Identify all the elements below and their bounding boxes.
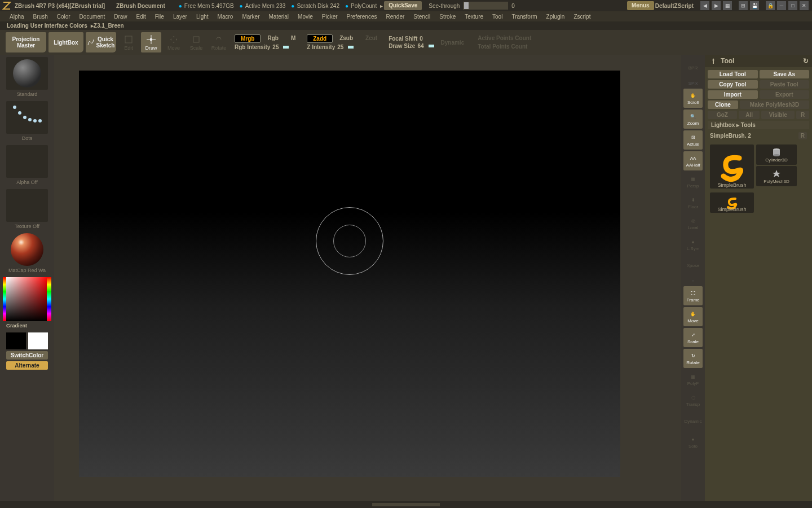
quick-sketch-button[interactable]: Quick Sketch (86, 32, 116, 52)
save-icon[interactable]: 💾 (750, 1, 759, 10)
menu-light[interactable]: Light (193, 14, 211, 20)
shelf-move-button[interactable]: ✋Move (683, 307, 703, 326)
nav-left-icon[interactable]: ◀ (700, 1, 709, 10)
hue-strip-right[interactable] (47, 277, 51, 321)
copy-tool-button[interactable]: Copy Tool (708, 80, 758, 89)
menu-draw[interactable]: Draw (111, 14, 130, 20)
menu-document[interactable]: Document (77, 14, 108, 20)
menu-marker[interactable]: Marker (239, 14, 262, 20)
lock-icon[interactable]: 🔒 (766, 1, 775, 10)
import-button[interactable]: Import (708, 90, 758, 99)
menu-brush[interactable]: Brush (30, 14, 51, 20)
menu-color[interactable]: Color (54, 14, 73, 20)
alternate-button[interactable]: Alternate (6, 361, 48, 370)
swatch-primary[interactable] (28, 332, 48, 349)
load-tool-button[interactable]: Load Tool (708, 70, 758, 78)
tool-r-button[interactable]: R (798, 132, 807, 139)
paste-tool-button[interactable]: Paste Tool (760, 80, 810, 89)
brush-thumb[interactable] (6, 57, 48, 90)
lsym-button[interactable]: ▲L.Sym (683, 235, 703, 254)
pin-icon[interactable] (709, 57, 717, 65)
shelf-rotate-button[interactable]: ↻Rotate (683, 349, 703, 368)
slider-knob[interactable] (464, 2, 469, 9)
bpr-button[interactable]: BPR (683, 58, 703, 77)
rgb-intensity-value[interactable]: 25 (272, 44, 279, 50)
mrgb-toggle[interactable]: Mrgb (235, 34, 261, 43)
swatch-secondary[interactable] (6, 332, 26, 349)
shelf-scale-button[interactable]: ⤢Scale (683, 328, 703, 347)
menu-stencil[interactable]: Stencil (411, 14, 433, 20)
menu-edit[interactable]: Edit (134, 14, 149, 20)
alpha-thumb[interactable] (6, 145, 48, 178)
texture-thumb[interactable] (6, 189, 48, 222)
export-button[interactable]: Export (760, 90, 810, 99)
dynamic-shelf-button[interactable]: Dynamic (683, 411, 703, 431)
menu-zscript[interactable]: Zscript (571, 14, 593, 20)
actual-button[interactable]: ⊡Actual (683, 130, 703, 150)
menus-button[interactable]: Menus (627, 1, 654, 10)
quicksave-button[interactable]: QuickSave (384, 1, 422, 10)
color-picker[interactable] (6, 277, 48, 321)
move-button[interactable]: Move (164, 32, 184, 52)
goz-visible-button[interactable]: Visible (761, 111, 795, 119)
zadd-toggle[interactable]: Zadd (307, 34, 333, 43)
tool-simplebrush-2[interactable]: SimpleBrush (710, 192, 754, 213)
goz-r-button[interactable]: R (796, 111, 809, 119)
zoom-button[interactable]: 🔍Zoom (683, 110, 703, 129)
tool-panel-header[interactable]: Tool ↻ (705, 55, 812, 67)
seethrough-slider[interactable] (463, 2, 508, 10)
material-thumb[interactable] (6, 233, 48, 266)
menu-movie[interactable]: Movie (295, 14, 316, 20)
local-button[interactable]: ◎Local (683, 214, 703, 233)
menu-preferences[interactable]: Preferences (344, 14, 380, 20)
polyf-button[interactable]: ▦PolyF (683, 370, 703, 389)
rgb-toggle[interactable]: Rgb (262, 34, 284, 43)
aahalf-button[interactable]: AAAAHalf (683, 151, 703, 170)
solo-button[interactable]: ●Solo (683, 432, 703, 452)
window-icon[interactable]: ⊞ (739, 1, 748, 10)
polycount[interactable]: PolyCount (351, 3, 377, 9)
menu-file[interactable]: File (152, 14, 167, 20)
tool-polymesh3d[interactable]: PolyMesh3D (756, 166, 797, 186)
gradient-label[interactable]: Gradient (6, 323, 48, 329)
menu-transform[interactable]: Transform (509, 14, 540, 20)
menu-layer[interactable]: Layer (170, 14, 190, 20)
menu-stroke[interactable]: Stroke (436, 14, 458, 20)
projection-master-button[interactable]: Projection Master (6, 32, 46, 52)
menu-render[interactable]: Render (383, 14, 408, 20)
resize-handle[interactable] (372, 503, 440, 506)
menu-material[interactable]: Material (266, 14, 292, 20)
minimize-icon[interactable]: ─ (777, 1, 786, 10)
stroke-thumb[interactable] (6, 101, 48, 134)
doc-icon[interactable]: ▦ (723, 1, 732, 10)
make-polymesh-button[interactable]: Make PolyMesh3D (740, 100, 809, 109)
m-toggle[interactable]: M (285, 34, 301, 43)
scale-button[interactable]: Scale (186, 32, 206, 52)
slider-tick[interactable] (429, 45, 434, 47)
scroll-button[interactable]: ✋Scroll (683, 89, 703, 108)
menu-alpha[interactable]: Alpha (7, 14, 27, 20)
switchcolor-button[interactable]: SwitchColor (6, 351, 48, 360)
maximize-icon[interactable]: □ (788, 1, 797, 10)
goz-button[interactable]: GoZ (708, 111, 737, 119)
menu-picker[interactable]: Picker (319, 14, 341, 20)
draw-button[interactable]: Draw (141, 32, 161, 52)
refresh-icon[interactable]: ↻ (803, 57, 809, 65)
goz-all-button[interactable]: All (739, 111, 760, 119)
edit-button[interactable]: Edit (118, 32, 139, 52)
menu-zplugin[interactable]: Zplugin (544, 14, 568, 20)
menu-macro[interactable]: Macro (215, 14, 236, 20)
z-intensity-value[interactable]: 25 (337, 44, 343, 50)
close-icon[interactable]: ✕ (800, 1, 809, 10)
zscript-label[interactable]: DefaultZScript (655, 3, 694, 9)
slider-tick[interactable] (283, 46, 289, 49)
save-as-button[interactable]: Save As (760, 70, 810, 78)
focal-shift-value[interactable]: 0 (420, 36, 423, 42)
zcut-toggle[interactable]: Zcut (360, 34, 383, 43)
menu-tool[interactable]: Tool (489, 14, 505, 20)
clone-button[interactable]: Clone (708, 100, 738, 109)
zsub-toggle[interactable]: Zsub (334, 34, 359, 43)
spix-label[interactable]: SPix (687, 79, 699, 87)
frame-button[interactable]: ⛶Frame (683, 286, 703, 305)
nav-right-icon[interactable]: ▶ (712, 1, 721, 10)
